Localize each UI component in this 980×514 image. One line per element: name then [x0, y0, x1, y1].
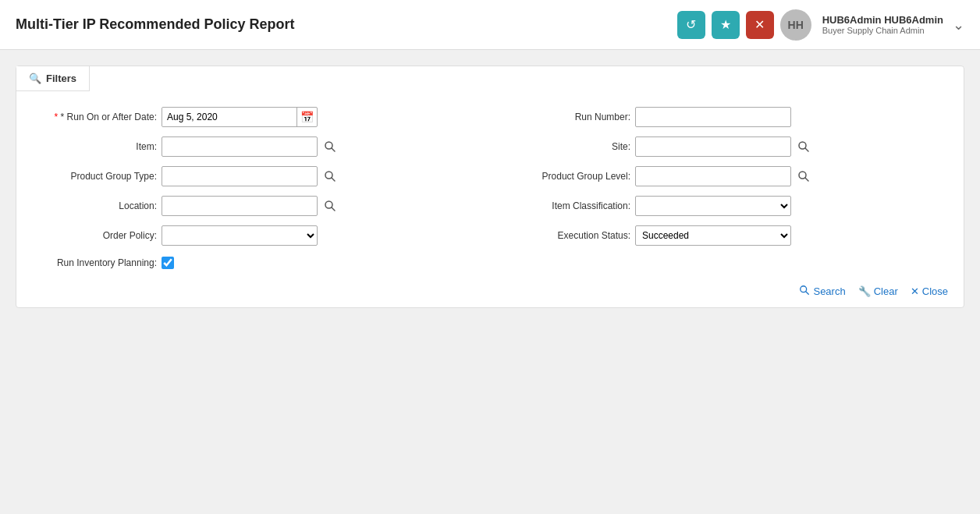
- product-group-type-input[interactable]: [162, 166, 318, 186]
- product-group-level-search-icon[interactable]: [796, 168, 811, 184]
- user-name: HUB6Admin HUB6Admin: [822, 14, 943, 26]
- execution-status-label: Execution Status:: [506, 230, 630, 241]
- user-dropdown-arrow[interactable]: ⌄: [953, 16, 964, 34]
- filters-tab[interactable]: 🔍 Filters: [16, 66, 90, 91]
- execution-status-row: Execution Status: Succeeded Failed Runni…: [506, 225, 948, 246]
- run-inventory-planning-label: Run Inventory Planning:: [32, 257, 157, 268]
- product-group-type-label: Product Group Type:: [32, 171, 157, 182]
- order-policy-label: Order Policy:: [32, 230, 157, 241]
- svg-line-3: [805, 148, 808, 151]
- order-policy-select[interactable]: [162, 225, 318, 246]
- star-icon: ★: [720, 17, 731, 32]
- item-classification-select[interactable]: [635, 196, 791, 216]
- site-label: Site:: [506, 141, 630, 152]
- filters-tab-label: Filters: [46, 73, 76, 84]
- product-group-level-row: Product Group Level:: [506, 166, 948, 186]
- item-classification-label: Item Classification:: [506, 200, 630, 211]
- product-group-level-input[interactable]: [635, 166, 791, 186]
- run-date-label: * * Run On or After Date:: [32, 112, 157, 122]
- run-date-row: * * Run On or After Date: 📅: [32, 107, 474, 127]
- location-search-icon[interactable]: [322, 198, 338, 214]
- avatar: HH: [780, 9, 811, 41]
- item-row: Item:: [32, 136, 474, 157]
- item-label: Item:: [32, 141, 157, 152]
- item-classification-row: Item Classification:: [506, 196, 948, 216]
- refresh-button[interactable]: ↺: [677, 11, 705, 39]
- favorites-button[interactable]: ★: [712, 11, 740, 39]
- svg-line-5: [332, 178, 335, 181]
- product-group-type-row: Product Group Type:: [32, 166, 474, 186]
- calendar-icon-button[interactable]: 📅: [296, 108, 317, 126]
- form-grid: * * Run On or After Date: 📅 Run Number: …: [32, 107, 948, 246]
- filters-body: * * Run On or After Date: 📅 Run Number: …: [16, 91, 964, 277]
- user-info: HUB6Admin HUB6Admin Buyer Supply Chain A…: [822, 14, 943, 35]
- header-actions: ↺ ★ ✕ HH HUB6Admin HUB6Admin Buyer Suppl…: [677, 9, 964, 41]
- page-title: Multi-Tier IP Recommended Policy Report: [16, 16, 294, 33]
- run-number-label: Run Number:: [506, 112, 630, 122]
- search-button[interactable]: Search: [799, 285, 845, 298]
- clear-button[interactable]: 🔧 Clear: [858, 285, 898, 297]
- run-inventory-planning-row: Run Inventory Planning:: [32, 257, 948, 269]
- main-content: 🔍 Filters * * Run On or After Date: 📅: [0, 50, 980, 324]
- product-group-level-label: Product Group Level:: [506, 171, 630, 182]
- refresh-icon: ↺: [686, 17, 696, 32]
- location-input[interactable]: [162, 196, 318, 216]
- user-role: Buyer Supply Chain Admin: [822, 26, 943, 35]
- run-inventory-planning-checkbox[interactable]: [162, 257, 174, 269]
- product-group-type-search-icon[interactable]: [322, 168, 338, 184]
- svg-line-9: [332, 207, 335, 211]
- site-input[interactable]: [635, 136, 791, 157]
- close-icon: ✕: [755, 17, 765, 32]
- filter-search-icon: 🔍: [29, 73, 41, 84]
- location-label: Location:: [32, 200, 157, 211]
- location-row: Location:: [32, 196, 474, 216]
- app-header: Multi-Tier IP Recommended Policy Report …: [0, 0, 980, 50]
- filters-panel: 🔍 Filters * * Run On or After Date: 📅: [16, 66, 964, 308]
- site-search-icon[interactable]: [796, 139, 811, 154]
- item-search-icon[interactable]: [322, 139, 338, 154]
- run-date-input[interactable]: [162, 108, 296, 126]
- close-button[interactable]: ✕: [746, 11, 774, 39]
- run-number-input[interactable]: [635, 107, 791, 127]
- action-bar: Search 🔧 Clear ✕ Close: [16, 277, 964, 307]
- close-link-icon: ✕: [911, 285, 919, 297]
- run-number-row: Run Number:: [506, 107, 948, 127]
- close-link-button[interactable]: ✕ Close: [911, 285, 948, 297]
- svg-line-1: [332, 148, 335, 151]
- svg-line-11: [806, 292, 809, 295]
- required-star: *: [55, 112, 61, 122]
- order-policy-row: Order Policy:: [32, 225, 474, 246]
- search-link-icon: [799, 285, 810, 298]
- run-date-input-wrapper: 📅: [162, 107, 318, 127]
- clear-icon: 🔧: [858, 285, 871, 297]
- site-row: Site:: [506, 136, 948, 157]
- svg-line-7: [805, 178, 808, 181]
- item-input[interactable]: [162, 136, 318, 157]
- execution-status-select[interactable]: Succeeded Failed Running All: [635, 225, 791, 246]
